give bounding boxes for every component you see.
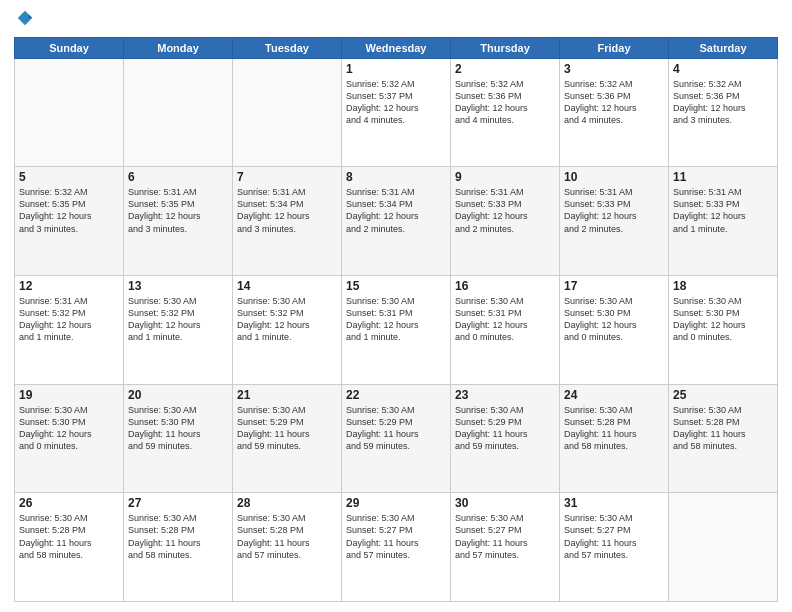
- day-number: 27: [128, 496, 228, 510]
- day-number: 29: [346, 496, 446, 510]
- day-info: Sunrise: 5:30 AM Sunset: 5:28 PM Dayligh…: [673, 404, 773, 453]
- calendar-cell: 7Sunrise: 5:31 AM Sunset: 5:34 PM Daylig…: [233, 167, 342, 276]
- day-number: 5: [19, 170, 119, 184]
- weekday-header-wednesday: Wednesday: [342, 37, 451, 58]
- calendar-cell: 17Sunrise: 5:30 AM Sunset: 5:30 PM Dayli…: [560, 275, 669, 384]
- day-info: Sunrise: 5:30 AM Sunset: 5:28 PM Dayligh…: [237, 512, 337, 561]
- day-info: Sunrise: 5:32 AM Sunset: 5:36 PM Dayligh…: [455, 78, 555, 127]
- day-number: 28: [237, 496, 337, 510]
- calendar-cell: [124, 58, 233, 167]
- day-info: Sunrise: 5:32 AM Sunset: 5:36 PM Dayligh…: [564, 78, 664, 127]
- calendar-cell: 8Sunrise: 5:31 AM Sunset: 5:34 PM Daylig…: [342, 167, 451, 276]
- day-info: Sunrise: 5:30 AM Sunset: 5:29 PM Dayligh…: [237, 404, 337, 453]
- calendar-cell: [15, 58, 124, 167]
- weekday-header-thursday: Thursday: [451, 37, 560, 58]
- calendar-cell: 18Sunrise: 5:30 AM Sunset: 5:30 PM Dayli…: [669, 275, 778, 384]
- day-number: 4: [673, 62, 773, 76]
- calendar-cell: 29Sunrise: 5:30 AM Sunset: 5:27 PM Dayli…: [342, 493, 451, 602]
- day-info: Sunrise: 5:30 AM Sunset: 5:32 PM Dayligh…: [237, 295, 337, 344]
- calendar-week-1: 5Sunrise: 5:32 AM Sunset: 5:35 PM Daylig…: [15, 167, 778, 276]
- day-number: 19: [19, 388, 119, 402]
- calendar-cell: 12Sunrise: 5:31 AM Sunset: 5:32 PM Dayli…: [15, 275, 124, 384]
- day-info: Sunrise: 5:30 AM Sunset: 5:30 PM Dayligh…: [673, 295, 773, 344]
- calendar-cell: 20Sunrise: 5:30 AM Sunset: 5:30 PM Dayli…: [124, 384, 233, 493]
- calendar-cell: 19Sunrise: 5:30 AM Sunset: 5:30 PM Dayli…: [15, 384, 124, 493]
- day-number: 9: [455, 170, 555, 184]
- calendar-cell: 4Sunrise: 5:32 AM Sunset: 5:36 PM Daylig…: [669, 58, 778, 167]
- calendar-week-0: 1Sunrise: 5:32 AM Sunset: 5:37 PM Daylig…: [15, 58, 778, 167]
- weekday-header-sunday: Sunday: [15, 37, 124, 58]
- weekday-header-monday: Monday: [124, 37, 233, 58]
- calendar-cell: 28Sunrise: 5:30 AM Sunset: 5:28 PM Dayli…: [233, 493, 342, 602]
- weekday-header-friday: Friday: [560, 37, 669, 58]
- day-number: 18: [673, 279, 773, 293]
- weekday-header-saturday: Saturday: [669, 37, 778, 58]
- calendar-week-3: 19Sunrise: 5:30 AM Sunset: 5:30 PM Dayli…: [15, 384, 778, 493]
- calendar-cell: 13Sunrise: 5:30 AM Sunset: 5:32 PM Dayli…: [124, 275, 233, 384]
- calendar-cell: 31Sunrise: 5:30 AM Sunset: 5:27 PM Dayli…: [560, 493, 669, 602]
- day-info: Sunrise: 5:30 AM Sunset: 5:27 PM Dayligh…: [346, 512, 446, 561]
- day-number: 26: [19, 496, 119, 510]
- calendar-cell: 23Sunrise: 5:30 AM Sunset: 5:29 PM Dayli…: [451, 384, 560, 493]
- day-number: 11: [673, 170, 773, 184]
- day-info: Sunrise: 5:31 AM Sunset: 5:34 PM Dayligh…: [237, 186, 337, 235]
- calendar-cell: 3Sunrise: 5:32 AM Sunset: 5:36 PM Daylig…: [560, 58, 669, 167]
- logo-text: [14, 14, 34, 31]
- calendar-cell: 16Sunrise: 5:30 AM Sunset: 5:31 PM Dayli…: [451, 275, 560, 384]
- calendar-cell: 9Sunrise: 5:31 AM Sunset: 5:33 PM Daylig…: [451, 167, 560, 276]
- calendar-cell: 11Sunrise: 5:31 AM Sunset: 5:33 PM Dayli…: [669, 167, 778, 276]
- day-info: Sunrise: 5:30 AM Sunset: 5:28 PM Dayligh…: [128, 512, 228, 561]
- day-info: Sunrise: 5:31 AM Sunset: 5:32 PM Dayligh…: [19, 295, 119, 344]
- day-number: 15: [346, 279, 446, 293]
- day-number: 2: [455, 62, 555, 76]
- day-number: 7: [237, 170, 337, 184]
- calendar-cell: 5Sunrise: 5:32 AM Sunset: 5:35 PM Daylig…: [15, 167, 124, 276]
- calendar-cell: 2Sunrise: 5:32 AM Sunset: 5:36 PM Daylig…: [451, 58, 560, 167]
- header: [14, 10, 778, 31]
- calendar-cell: 6Sunrise: 5:31 AM Sunset: 5:35 PM Daylig…: [124, 167, 233, 276]
- day-number: 13: [128, 279, 228, 293]
- day-info: Sunrise: 5:32 AM Sunset: 5:37 PM Dayligh…: [346, 78, 446, 127]
- day-number: 30: [455, 496, 555, 510]
- calendar-week-4: 26Sunrise: 5:30 AM Sunset: 5:28 PM Dayli…: [15, 493, 778, 602]
- day-number: 1: [346, 62, 446, 76]
- calendar-cell: 27Sunrise: 5:30 AM Sunset: 5:28 PM Dayli…: [124, 493, 233, 602]
- day-info: Sunrise: 5:30 AM Sunset: 5:31 PM Dayligh…: [346, 295, 446, 344]
- day-info: Sunrise: 5:30 AM Sunset: 5:28 PM Dayligh…: [564, 404, 664, 453]
- day-info: Sunrise: 5:30 AM Sunset: 5:31 PM Dayligh…: [455, 295, 555, 344]
- logo-icon: [16, 9, 34, 27]
- day-info: Sunrise: 5:31 AM Sunset: 5:33 PM Dayligh…: [455, 186, 555, 235]
- day-info: Sunrise: 5:30 AM Sunset: 5:30 PM Dayligh…: [19, 404, 119, 453]
- calendar-cell: 25Sunrise: 5:30 AM Sunset: 5:28 PM Dayli…: [669, 384, 778, 493]
- calendar-header-row: SundayMondayTuesdayWednesdayThursdayFrid…: [15, 37, 778, 58]
- day-info: Sunrise: 5:31 AM Sunset: 5:34 PM Dayligh…: [346, 186, 446, 235]
- day-number: 16: [455, 279, 555, 293]
- calendar-cell: 22Sunrise: 5:30 AM Sunset: 5:29 PM Dayli…: [342, 384, 451, 493]
- day-number: 31: [564, 496, 664, 510]
- calendar-cell: [233, 58, 342, 167]
- calendar-cell: 1Sunrise: 5:32 AM Sunset: 5:37 PM Daylig…: [342, 58, 451, 167]
- page: SundayMondayTuesdayWednesdayThursdayFrid…: [0, 0, 792, 612]
- day-number: 20: [128, 388, 228, 402]
- day-info: Sunrise: 5:30 AM Sunset: 5:29 PM Dayligh…: [455, 404, 555, 453]
- day-info: Sunrise: 5:30 AM Sunset: 5:28 PM Dayligh…: [19, 512, 119, 561]
- day-info: Sunrise: 5:30 AM Sunset: 5:30 PM Dayligh…: [128, 404, 228, 453]
- day-number: 24: [564, 388, 664, 402]
- calendar-cell: 14Sunrise: 5:30 AM Sunset: 5:32 PM Dayli…: [233, 275, 342, 384]
- day-info: Sunrise: 5:31 AM Sunset: 5:33 PM Dayligh…: [673, 186, 773, 235]
- day-number: 17: [564, 279, 664, 293]
- calendar-cell: 24Sunrise: 5:30 AM Sunset: 5:28 PM Dayli…: [560, 384, 669, 493]
- day-number: 6: [128, 170, 228, 184]
- day-info: Sunrise: 5:30 AM Sunset: 5:27 PM Dayligh…: [564, 512, 664, 561]
- day-info: Sunrise: 5:31 AM Sunset: 5:33 PM Dayligh…: [564, 186, 664, 235]
- day-number: 14: [237, 279, 337, 293]
- calendar-week-2: 12Sunrise: 5:31 AM Sunset: 5:32 PM Dayli…: [15, 275, 778, 384]
- day-number: 22: [346, 388, 446, 402]
- day-info: Sunrise: 5:30 AM Sunset: 5:30 PM Dayligh…: [564, 295, 664, 344]
- day-info: Sunrise: 5:30 AM Sunset: 5:27 PM Dayligh…: [455, 512, 555, 561]
- day-info: Sunrise: 5:32 AM Sunset: 5:36 PM Dayligh…: [673, 78, 773, 127]
- day-number: 23: [455, 388, 555, 402]
- calendar-cell: 21Sunrise: 5:30 AM Sunset: 5:29 PM Dayli…: [233, 384, 342, 493]
- day-number: 12: [19, 279, 119, 293]
- day-info: Sunrise: 5:31 AM Sunset: 5:35 PM Dayligh…: [128, 186, 228, 235]
